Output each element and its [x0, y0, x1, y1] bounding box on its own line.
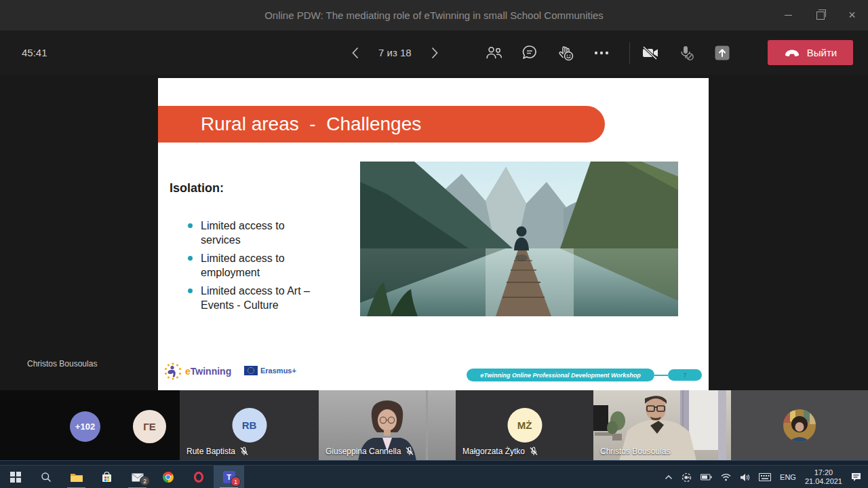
windows-start-icon: [10, 472, 21, 483]
slide-photo: [360, 162, 678, 316]
volume-button[interactable]: [740, 473, 750, 482]
participant-tile-giuseppina-cannella[interactable]: Giuseppina Cannella: [319, 390, 456, 461]
search-icon: [41, 472, 52, 483]
teams-meeting-window: Online PDW: The mediating role of eTwinn…: [0, 0, 868, 488]
share-button[interactable]: [713, 42, 732, 64]
mic-muted-icon: [529, 447, 538, 456]
meeting-control-bar: 45:41 7 из 18: [0, 31, 868, 75]
eu-flag-icon: [244, 366, 258, 375]
mic-muted-icon: [405, 447, 414, 456]
participant-tile-photo-avatar[interactable]: [731, 390, 868, 461]
participant-name: Christos Bousoulas: [600, 447, 670, 456]
overflow-participants-badge[interactable]: +102: [70, 411, 100, 442]
battery-button[interactable]: [701, 473, 712, 481]
hidden-icons-chevron-icon: [665, 474, 673, 480]
taskbar-file-explorer[interactable]: [61, 466, 92, 488]
etwinning-logo-icon: [163, 362, 182, 381]
participant-avatar-ge[interactable]: ГЕ: [133, 410, 166, 443]
footer-connector-line: [654, 375, 668, 376]
participant-tile-rute-baptista[interactable]: RB Rute Baptista: [180, 390, 319, 461]
taskbar-chrome[interactable]: [153, 466, 183, 488]
previous-slide-button[interactable]: [347, 42, 363, 64]
chrome-icon: [163, 472, 174, 483]
participant-photo-avatar: [783, 409, 816, 442]
wifi-icon: [721, 473, 731, 481]
window-title: Online PDW: The mediating role of eTwinn…: [264, 10, 604, 21]
participants-icon: [485, 45, 503, 60]
windows-taskbar: 2 T 1: [0, 465, 868, 488]
participant-tile-malgorzata-zytko[interactable]: MŻ Małgorzata Żytko: [456, 390, 593, 461]
hang-up-icon: [784, 49, 800, 57]
action-center-button[interactable]: [851, 472, 861, 482]
start-button[interactable]: [0, 466, 31, 488]
leave-meeting-button[interactable]: Выйти: [768, 40, 853, 65]
system-tray: ENG 17:20 21.04.2021: [665, 468, 868, 486]
mic-muted-icon: [677, 45, 695, 61]
chevron-left-icon: [352, 47, 359, 59]
taskbar-microsoft-store[interactable]: [92, 466, 122, 488]
more-options-icon: [594, 51, 609, 55]
language-indicator[interactable]: ENG: [780, 473, 796, 481]
touch-keyboard-button[interactable]: [759, 473, 771, 481]
chevron-right-icon: [431, 47, 438, 59]
taskbar-mail[interactable]: 2: [122, 466, 153, 488]
filmstrip-bottom-edge: [0, 460, 868, 465]
toolbar-divider: [629, 42, 630, 64]
file-explorer-icon: [71, 472, 83, 483]
taskbar-opera[interactable]: [183, 466, 214, 488]
slide-counter: 7 из 18: [378, 47, 412, 58]
presentation-stage: Christos Bousoulas Rural areas - Challen…: [0, 75, 868, 390]
participant-filmstrip: +102 ГЕ RB Rute Baptista: [0, 390, 868, 465]
meeting-timer: 45:41: [22, 31, 47, 75]
taskbar-time: 17:20: [805, 468, 842, 477]
touch-keyboard-icon: [759, 473, 771, 481]
etwinning-logo: eTwinning: [163, 362, 231, 381]
slide-heading: Isolation:: [170, 181, 224, 195]
taskbar-teams-active[interactable]: T 1: [214, 466, 244, 488]
reactions-button[interactable]: [556, 42, 575, 64]
mic-toggle-button[interactable]: [677, 42, 696, 64]
participant-name: Rute Baptista: [186, 447, 235, 456]
action-center-icon: [851, 472, 861, 482]
raise-hand-icon: [557, 45, 574, 61]
bullet-item: Limited access to services: [188, 219, 327, 247]
bullet-item: Limited access to employment: [188, 251, 327, 280]
slide-navigation: 7 из 18: [347, 31, 443, 75]
camera-toggle-button[interactable]: [641, 42, 660, 64]
window-controls: ×: [772, 0, 868, 30]
slide-title-banner: Rural areas - Challenges: [158, 106, 605, 143]
meeting-controls: Выйти: [484, 31, 853, 75]
meet-now-button[interactable]: [682, 472, 692, 483]
erasmus-wordmark: Erasmus+: [260, 367, 296, 375]
avatar-initials: MŻ: [507, 408, 542, 443]
wifi-button[interactable]: [721, 473, 731, 481]
chat-button[interactable]: [520, 42, 539, 64]
close-icon: ×: [848, 9, 856, 21]
workshop-footer-pill: eTwinning Online Professional Developmen…: [467, 369, 654, 381]
leave-button-label: Выйти: [807, 47, 837, 58]
chat-icon: [521, 45, 538, 60]
restore-button[interactable]: [804, 0, 836, 30]
more-options-button[interactable]: [592, 42, 611, 64]
shared-slide: Rural areas - Challenges Isolation: Limi…: [158, 78, 709, 390]
battery-icon: [701, 473, 712, 481]
opera-icon: [194, 472, 203, 483]
taskbar-date: 21.04.2021: [805, 477, 842, 486]
next-slide-button[interactable]: [427, 42, 443, 64]
close-button[interactable]: ×: [836, 0, 868, 30]
slide-title: Rural areas - Challenges: [158, 113, 421, 135]
taskbar-clock[interactable]: 17:20 21.04.2021: [805, 468, 842, 486]
window-titlebar: Online PDW: The mediating role of eTwinn…: [0, 0, 868, 31]
minimize-icon: [785, 15, 792, 16]
minimize-button[interactable]: [772, 0, 804, 30]
participant-name: Giuseppina Cannella: [326, 447, 401, 456]
taskbar-search-button[interactable]: [31, 466, 61, 488]
avatar-initials: RB: [232, 408, 267, 443]
participant-tile-christos-bousoulas[interactable]: Christos Bousoulas: [593, 390, 731, 461]
mic-muted-icon: [239, 447, 249, 456]
participants-button[interactable]: [484, 42, 503, 64]
presenter-name-label: Christos Bousoulas: [27, 359, 97, 369]
hidden-icons-button[interactable]: [665, 474, 673, 480]
lake-mountain-photo-illustration: [360, 162, 678, 316]
microsoft-store-icon: [101, 472, 113, 483]
